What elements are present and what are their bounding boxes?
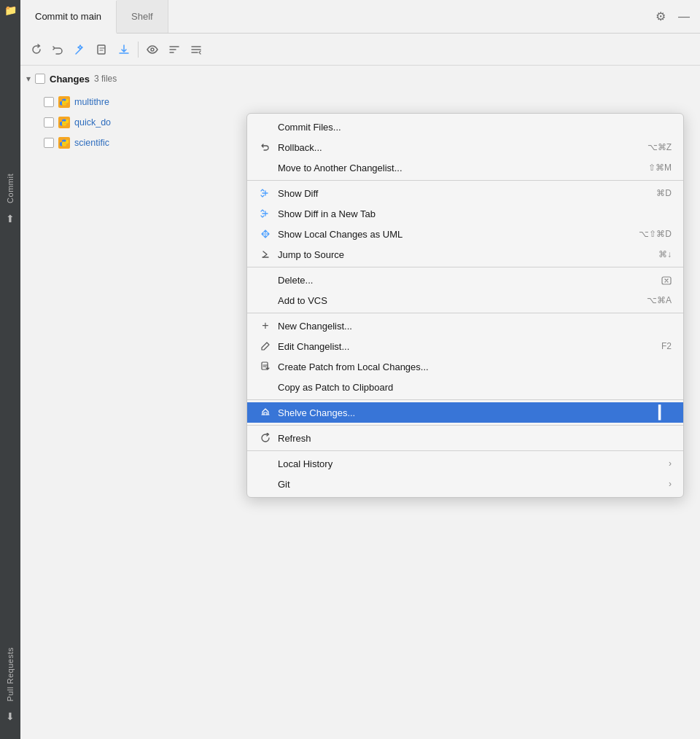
cursor-indicator: ▎	[658, 404, 669, 421]
local-history-arrow: ›	[669, 458, 672, 469]
sidebar: 📁 Commit ⬆ Pull Requests ⬇	[0, 0, 20, 739]
minimize-button[interactable]: —	[674, 7, 694, 27]
file-name-0: multithre	[74, 97, 109, 107]
jump-to-source-icon	[259, 248, 272, 261]
python-icon-2	[58, 137, 70, 149]
menu-separator-4	[247, 399, 683, 400]
menu-item-copy-patch[interactable]: Copy as Patch to Clipboard	[247, 377, 683, 397]
menu-label-jump-to-source: Jump to Source	[278, 249, 653, 260]
shortcut-show-uml: ⌥⇧⌘D	[639, 229, 672, 239]
magic-button[interactable]	[70, 39, 90, 60]
menu-item-jump-to-source[interactable]: Jump to Source ⌘↓	[247, 244, 683, 265]
menu-label-show-diff: Show Diff	[278, 188, 650, 199]
python-icon-0	[58, 96, 70, 108]
changes-header[interactable]: ▾ Changes 3 files	[20, 66, 700, 92]
menu-label-git: Git	[278, 479, 657, 490]
shortcut-move-changelist: ⇧⌘M	[648, 163, 672, 173]
menu-label-show-diff-new-tab: Show Diff in a New Tab	[278, 208, 672, 219]
shortcut-jump-to-source: ⌘↓	[658, 249, 672, 259]
shortcut-edit-changelist: F2	[661, 341, 672, 351]
menu-label-create-patch: Create Patch from Local Changes...	[278, 361, 672, 372]
sidebar-section-commit[interactable]: Commit ⬆	[0, 166, 20, 227]
create-patch-icon	[259, 360, 272, 373]
svg-point-1	[151, 48, 154, 51]
menu-item-move-changelist[interactable]: Move to Another Changelist... ⇧⌘M	[247, 157, 683, 178]
shortcut-rollback: ⌥⌘Z	[648, 142, 672, 152]
sidebar-section-pull-requests[interactable]: Pull Requests ⬇	[0, 640, 20, 724]
shortcut-add-to-vcs: ⌥⌘A	[647, 295, 672, 305]
git-arrow: ›	[669, 479, 672, 489]
tab-bar: Commit to main Shelf ⚙ —	[20, 0, 700, 34]
menu-item-local-history[interactable]: Local History ›	[247, 453, 683, 474]
download-button[interactable]	[114, 39, 134, 60]
menu-label-copy-patch: Copy as Patch to Clipboard	[278, 382, 672, 393]
file-checkbox-0[interactable]	[44, 97, 54, 107]
menu-item-add-to-vcs[interactable]: Add to VCS ⌥⌘A	[247, 290, 683, 310]
pull-requests-icon: ⬇	[2, 708, 18, 724]
menu-separator-5	[247, 425, 683, 426]
tab-commit[interactable]: Commit to main	[20, 1, 117, 34]
menu-item-show-diff-new-tab[interactable]: Show Diff in a New Tab	[247, 203, 683, 224]
menu-separator-3	[247, 313, 683, 313]
tab-commit-label: Commit to main	[35, 11, 101, 22]
file-checkbox-2[interactable]	[44, 138, 54, 148]
file-name-1: quick_do	[74, 117, 111, 128]
undo-button[interactable]	[48, 39, 69, 60]
commit-label: Commit	[1, 166, 19, 211]
settings-button[interactable]: ⚙	[650, 7, 671, 27]
toolbar	[20, 34, 700, 66]
menu-item-delete[interactable]: Delete...	[247, 270, 683, 290]
menu-item-shelve-changes[interactable]: Shelve Changes... ▎	[247, 402, 683, 423]
menu-label-commit-files: Commit Files...	[278, 122, 672, 133]
shortcut-delete	[661, 275, 672, 285]
menu-item-show-diff[interactable]: Show Diff ⌘D	[247, 183, 683, 203]
tab-shelf[interactable]: Shelf	[117, 0, 168, 33]
menu-label-show-uml: Show Local Changes as UML	[278, 229, 633, 240]
changes-title: Changes	[50, 74, 90, 85]
tab-actions: ⚙ —	[650, 7, 700, 27]
menu-item-git[interactable]: Git ›	[247, 474, 683, 494]
menu-item-rollback[interactable]: Rollback... ⌥⌘Z	[247, 137, 683, 157]
file-checkbox-1[interactable]	[44, 117, 54, 128]
tab-shelf-label: Shelf	[131, 11, 153, 22]
refresh-button[interactable]	[26, 39, 47, 60]
menu-item-new-changelist[interactable]: + New Changelist...	[247, 316, 683, 336]
menu-label-new-changelist: New Changelist...	[278, 321, 672, 332]
python-icon-1	[58, 117, 70, 128]
menu-label-shelve-changes: Shelve Changes...	[278, 407, 672, 418]
menu-item-show-uml[interactable]: Show Local Changes as UML ⌥⇧⌘D	[247, 224, 683, 244]
context-menu: Commit Files... Rollback... ⌥⌘Z Move to …	[246, 113, 684, 498]
eye-button[interactable]	[142, 39, 163, 60]
menu-item-create-patch[interactable]: Create Patch from Local Changes...	[247, 356, 683, 377]
menu-separator-2	[247, 267, 683, 267]
menu-label-delete: Delete...	[278, 275, 656, 286]
shelve-changes-icon	[259, 406, 272, 419]
group2-button[interactable]	[186, 39, 206, 60]
refresh-menu-icon	[259, 431, 272, 445]
main-panel: Commit to main Shelf ⚙ —	[20, 0, 700, 739]
menu-label-rollback: Rollback...	[278, 142, 642, 153]
new-changelist-icon: +	[259, 319, 272, 332]
menu-label-edit-changelist: Edit Changelist...	[278, 341, 656, 352]
sidebar-item-project[interactable]: 📁	[0, 0, 20, 20]
file-item-0[interactable]: multithre	[44, 92, 700, 112]
shortcut-show-diff: ⌘D	[656, 188, 672, 198]
diff-file-button[interactable]	[92, 39, 112, 60]
changes-count: 3 files	[94, 74, 117, 84]
group1-button[interactable]	[164, 39, 184, 60]
svg-rect-0	[98, 45, 105, 54]
commit-icon: ⬆	[2, 211, 18, 227]
show-diff-icon	[259, 187, 272, 200]
changes-select-all-checkbox[interactable]	[35, 74, 45, 84]
show-diff-new-tab-icon	[259, 207, 272, 220]
menu-label-refresh: Refresh	[278, 433, 672, 444]
menu-item-commit-files[interactable]: Commit Files...	[247, 117, 683, 137]
file-name-2: scientific	[74, 138, 109, 148]
menu-label-move-changelist: Move to Another Changelist...	[278, 163, 642, 173]
edit-changelist-icon	[259, 340, 272, 353]
menu-separator-1	[247, 180, 683, 181]
rollback-icon	[259, 141, 272, 154]
toolbar-separator-1	[138, 42, 139, 58]
menu-item-refresh[interactable]: Refresh	[247, 428, 683, 448]
menu-item-edit-changelist[interactable]: Edit Changelist... F2	[247, 336, 683, 356]
